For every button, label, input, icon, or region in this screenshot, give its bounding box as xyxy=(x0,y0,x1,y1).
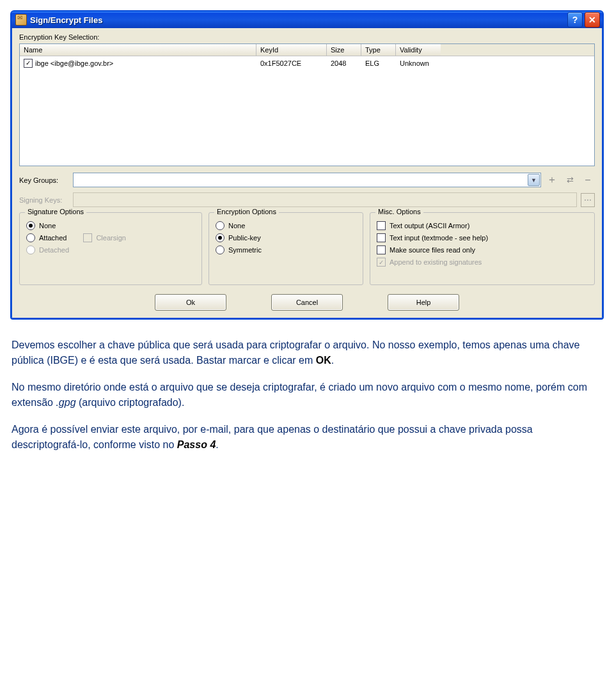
key-row[interactable]: ✓ ibge <ibge@ibge.gov.br> 0x1F5027CE 204… xyxy=(20,56,594,70)
para3a: Agora é possível enviar este arquivo, po… xyxy=(12,424,533,450)
radio-sig-attached[interactable] xyxy=(26,233,35,242)
row-validity: Unknown xyxy=(396,58,441,68)
signature-options-group: Signature Options None Attached Clearsig… xyxy=(19,212,202,285)
signingkeys-label: Signing Keys: xyxy=(19,196,69,204)
help-dialog-button[interactable]: Help xyxy=(388,294,459,311)
checkbox-ascii-armor[interactable] xyxy=(377,221,386,230)
label-readonly: Make source files read only xyxy=(390,246,475,254)
window-title: Sign/Encrypt Files xyxy=(30,15,567,25)
help-button[interactable]: ? xyxy=(567,12,583,27)
row-checkbox[interactable]: ✓ xyxy=(24,59,33,68)
radio-enc-none[interactable] xyxy=(216,221,224,230)
label-enc-none: None xyxy=(228,222,245,229)
col-name[interactable]: Name xyxy=(20,44,256,56)
label-sig-none: None xyxy=(39,222,56,229)
row-keyid: 0x1F5027CE xyxy=(256,58,327,68)
encryption-options-group: Encryption Options None Public-key Symme… xyxy=(209,212,363,285)
app-icon xyxy=(15,14,27,26)
radio-sig-none[interactable] xyxy=(26,221,35,230)
para1c: . xyxy=(331,355,334,366)
radio-enc-publickey[interactable] xyxy=(216,233,224,242)
keygroups-dropdown[interactable]: ▼ xyxy=(73,173,541,187)
label-text-input: Text input (textmode - see help) xyxy=(390,234,488,242)
misc-options-group: Misc. Options Text output (ASCII Armor) … xyxy=(370,212,595,285)
checkbox-text-input[interactable] xyxy=(377,233,386,242)
instruction-text: Devemos escolher a chave pública que ser… xyxy=(12,338,602,453)
col-size[interactable]: Size xyxy=(327,44,361,56)
signingkeys-browse: ⋯ xyxy=(581,193,595,207)
para2c: (arquivo criptografado). xyxy=(76,397,185,408)
signature-group-title: Signature Options xyxy=(25,208,86,215)
label-enc-publickey: Public-key xyxy=(228,234,261,242)
key-listview[interactable]: Name KeyId Size Type Validity ✓ ibge <ib… xyxy=(19,43,595,166)
label-clearsign: Clearsign xyxy=(96,234,125,242)
encryption-group-title: Encryption Options xyxy=(214,208,279,215)
add-group-icon[interactable]: ＋ xyxy=(545,173,559,187)
label-append-sig: Append to existing signatures xyxy=(390,258,482,266)
radio-sig-detached xyxy=(26,245,35,254)
manage-group-icon[interactable]: ⇄ xyxy=(563,173,577,187)
titlebar[interactable]: Sign/Encrypt Files ? ✕ xyxy=(12,12,602,28)
selection-label: Encryption Key Selection: xyxy=(19,33,595,41)
label-enc-symmetric: Symmetric xyxy=(228,246,262,254)
ok-button[interactable]: Ok xyxy=(155,294,226,311)
para2-ext: .gpg xyxy=(56,397,75,408)
close-button[interactable]: ✕ xyxy=(585,12,600,27)
label-sig-attached: Attached xyxy=(39,234,67,242)
label-ascii-armor: Text output (ASCII Armor) xyxy=(390,222,469,229)
col-type[interactable]: Type xyxy=(361,44,396,56)
checkbox-clearsign xyxy=(83,233,92,242)
row-name: ibge <ibge@ibge.gov.br> xyxy=(35,59,113,67)
row-size: 2048 xyxy=(327,58,361,68)
dropdown-arrow-icon[interactable]: ▼ xyxy=(528,174,540,186)
remove-group-icon[interactable]: − xyxy=(581,173,595,187)
label-sig-detached: Detached xyxy=(39,246,69,254)
checkbox-readonly[interactable] xyxy=(377,245,386,254)
cancel-button[interactable]: Cancel xyxy=(271,294,343,311)
col-keyid[interactable]: KeyId xyxy=(256,44,327,56)
para3c: . xyxy=(216,439,218,450)
radio-enc-symmetric[interactable] xyxy=(216,245,224,254)
checkbox-append-sig: ✓ xyxy=(377,258,386,267)
misc-group-title: Misc. Options xyxy=(375,208,423,215)
col-validity[interactable]: Validity xyxy=(396,44,441,56)
keygroups-label: Key Groups: xyxy=(19,176,69,184)
dialog-window: Sign/Encrypt Files ? ✕ Encryption Key Se… xyxy=(10,10,604,320)
client-area: Encryption Key Selection: Name KeyId Siz… xyxy=(12,28,602,318)
signingkeys-field xyxy=(73,192,577,207)
para1-ok: OK xyxy=(316,355,331,366)
para1a: Devemos escolher a chave pública que ser… xyxy=(12,339,580,366)
listview-header[interactable]: Name KeyId Size Type Validity xyxy=(20,44,594,56)
para3-step: Passo 4 xyxy=(177,439,216,450)
row-type: ELG xyxy=(361,58,396,68)
